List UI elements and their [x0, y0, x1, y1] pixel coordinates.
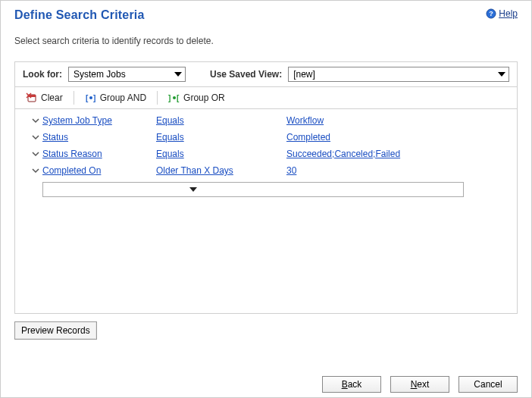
- criteria-row: Completed On Older Than X Days 30: [15, 162, 517, 179]
- criteria-row: System Job Type Equals Workflow: [15, 112, 517, 129]
- wizard-footer: Back Next Cancel: [1, 376, 531, 393]
- next-button[interactable]: Next: [390, 376, 449, 393]
- subtitle-text: Select search criteria to identify recor…: [14, 36, 518, 46]
- clear-label: Clear: [41, 92, 63, 103]
- criteria-field-link[interactable]: Completed On: [42, 165, 101, 176]
- criteria-field-link[interactable]: System Job Type: [42, 115, 112, 126]
- group-or-label: Group OR: [183, 92, 225, 103]
- criteria-row: Status Reason Equals Succeeded;Canceled;…: [15, 146, 517, 162]
- criteria-operator-link[interactable]: Equals: [156, 115, 184, 126]
- group-and-label: Group AND: [100, 92, 146, 103]
- toolbar-divider: [157, 91, 158, 105]
- help-link[interactable]: ? Help: [486, 8, 518, 19]
- chevron-down-icon[interactable]: [32, 133, 42, 141]
- lookup-bar: Look for: System Jobs Use Saved View: [n…: [14, 61, 518, 86]
- new-criteria-select[interactable]: [43, 183, 463, 196]
- criteria-value-link[interactable]: Completed: [286, 132, 330, 143]
- group-or-button[interactable]: ] [ Group OR: [164, 90, 230, 105]
- criteria-row: Status Equals Completed: [15, 129, 517, 146]
- saved-view-select[interactable]: [new]: [288, 67, 509, 82]
- svg-text:]: ]: [93, 94, 95, 102]
- help-icon: ?: [486, 8, 496, 19]
- criteria-new-row: [15, 182, 517, 197]
- clear-button[interactable]: Clear: [21, 90, 67, 105]
- svg-text:[: [: [177, 94, 180, 102]
- chevron-down-icon[interactable]: [32, 117, 42, 124]
- criteria-value-link[interactable]: Succeeded;Canceled;Failed: [286, 149, 400, 159]
- preview-records-button[interactable]: Preview Records: [14, 321, 97, 340]
- criteria-field-link[interactable]: Status Reason: [42, 149, 102, 159]
- criteria-toolbar: Clear [ ] Group AND ] [ Group OR: [14, 86, 518, 109]
- criteria-operator-link[interactable]: Older Than X Days: [156, 165, 233, 176]
- chevron-down-icon[interactable]: [32, 150, 42, 158]
- criteria-value-link[interactable]: 30: [286, 165, 296, 176]
- chevron-down-icon[interactable]: [32, 167, 42, 174]
- svg-text:]: ]: [168, 94, 171, 102]
- help-label: Help: [499, 8, 518, 19]
- criteria-operator-link[interactable]: Equals: [156, 132, 184, 143]
- svg-text:?: ?: [490, 10, 494, 17]
- criteria-grid: System Job Type Equals Workflow Status E…: [14, 109, 518, 314]
- toolbar-divider: [74, 91, 74, 105]
- page-title: Define Search Criteria: [14, 8, 145, 22]
- criteria-operator-link[interactable]: Equals: [156, 149, 184, 159]
- back-button[interactable]: Back: [322, 376, 381, 393]
- svg-text:[: [: [86, 94, 89, 102]
- criteria-field-link[interactable]: Status: [42, 132, 68, 143]
- look-for-select[interactable]: System Jobs: [68, 67, 186, 82]
- svg-point-10: [173, 96, 176, 99]
- group-and-icon: [ ]: [85, 92, 97, 104]
- saved-view-label: Use Saved View:: [210, 69, 282, 80]
- look-for-label: Look for:: [23, 69, 62, 80]
- svg-point-7: [89, 96, 92, 99]
- cancel-button[interactable]: Cancel: [458, 376, 518, 393]
- clear-icon: [26, 92, 38, 104]
- criteria-value-link[interactable]: Workflow: [286, 115, 324, 126]
- group-and-button[interactable]: [ ] Group AND: [80, 90, 151, 105]
- group-or-icon: ] [: [168, 92, 180, 104]
